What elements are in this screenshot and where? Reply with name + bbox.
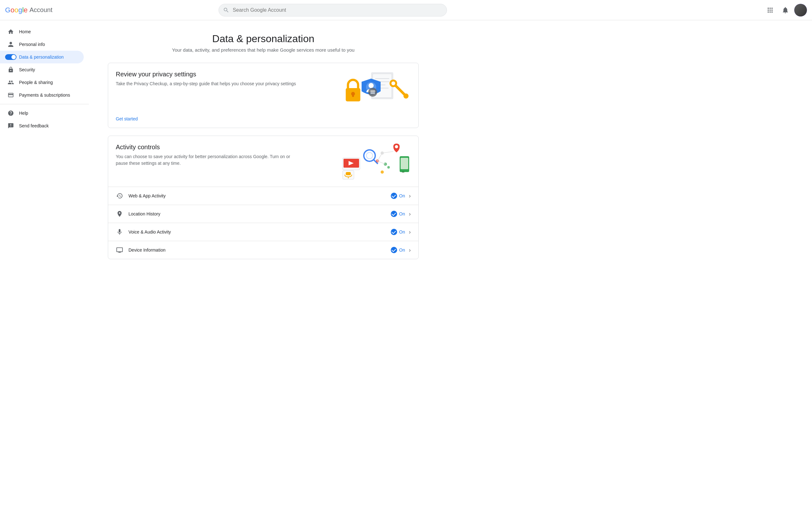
search-input[interactable] [218, 4, 447, 16]
svg-point-34 [395, 145, 398, 148]
activity-list: Web & App Activity On › Location History [108, 187, 418, 259]
sidebar-item-payments[interactable]: Payments & subscriptions [0, 89, 84, 101]
web-app-status-text: On [399, 193, 405, 199]
sidebar-payments-label: Payments & subscriptions [19, 93, 70, 98]
page-title: Data & personalization [108, 33, 419, 45]
activity-illustration-svg [341, 144, 411, 181]
sidebar-item-send-feedback[interactable]: Send feedback [0, 119, 84, 132]
activity-card-title: Activity controls [116, 144, 334, 151]
account-label: Account [30, 6, 52, 14]
sidebar-personal-info-label: Personal info [19, 42, 45, 47]
voice-activity-label: Voice & Audio Activity [129, 229, 391, 234]
credit-card-icon [8, 92, 14, 98]
person-icon [8, 41, 14, 48]
sidebar-people-sharing-label: People & sharing [19, 80, 53, 85]
device-chevron: › [409, 247, 411, 253]
mic-icon [116, 228, 123, 236]
location-activity-status: On [391, 211, 405, 217]
privacy-card-illustration [341, 71, 411, 109]
svg-rect-36 [401, 158, 408, 169]
voice-chevron: › [409, 229, 411, 235]
location-icon [116, 210, 123, 218]
svg-point-18 [403, 94, 409, 99]
apps-button[interactable] [764, 4, 776, 16]
sidebar-item-home[interactable]: Home [0, 25, 84, 38]
device-status-text: On [399, 247, 405, 252]
avatar[interactable] [794, 4, 807, 16]
svg-rect-40 [118, 252, 120, 252]
activity-card-header: Activity controls You can choose to save… [108, 136, 418, 187]
data-toggle [5, 54, 16, 60]
google-account-logo[interactable]: Google Account [5, 6, 52, 14]
sidebar-help-label: Help [19, 111, 28, 116]
page-layout: Home Personal info Data & personalizatio… [0, 20, 812, 507]
privacy-card-title: Review your privacy settings [116, 71, 334, 78]
activity-card-desc: You can choose to save your activity for… [116, 153, 300, 167]
activity-card-content: Activity controls You can choose to save… [116, 144, 334, 167]
sidebar-item-data-personalization[interactable]: Data & personalization [0, 51, 84, 63]
activity-item-web-app[interactable]: Web & App Activity On › [108, 187, 418, 205]
voice-activity-status: On [391, 229, 405, 235]
sidebar-home-label: Home [19, 29, 31, 34]
feedback-icon [8, 123, 14, 129]
privacy-illustration-svg [341, 71, 411, 109]
activity-item-device[interactable]: Device Information On › [108, 241, 418, 259]
svg-line-32 [377, 161, 386, 164]
page-subtitle: Your data, activity, and preferences tha… [108, 47, 419, 53]
svg-line-31 [377, 153, 382, 161]
voice-status-text: On [399, 229, 405, 234]
device-check-circle [391, 247, 397, 253]
sidebar-data-personalization-label: Data & personalization [19, 55, 64, 60]
web-app-chevron: › [409, 193, 411, 199]
privacy-card: Review your privacy settings Take the Pr… [108, 63, 419, 128]
web-app-check-circle [391, 193, 397, 199]
notifications-button[interactable] [779, 4, 792, 16]
sidebar-send-feedback-label: Send feedback [19, 123, 49, 128]
home-icon [8, 29, 14, 35]
help-icon [8, 110, 14, 116]
location-status-text: On [399, 211, 405, 216]
sidebar-item-security[interactable]: Security [0, 63, 84, 76]
svg-rect-8 [352, 94, 354, 97]
privacy-card-header: Review your privacy settings Take the Pr… [108, 63, 418, 114]
history-icon [116, 192, 123, 200]
lock-icon [8, 66, 14, 73]
web-app-activity-status: On [391, 193, 405, 199]
main-content: Data & personalization Your data, activi… [89, 20, 438, 507]
device-activity-label: Device Information [129, 247, 391, 252]
search-icon [223, 7, 229, 13]
activity-card: Activity controls You can choose to save… [108, 135, 419, 259]
header-right [764, 4, 807, 16]
activity-item-location[interactable]: Location History On › [108, 205, 418, 223]
google-logo-text: Google [5, 6, 28, 14]
people-icon [8, 79, 14, 86]
toggle-icon [8, 54, 14, 60]
activity-item-voice[interactable]: Voice & Audio Activity On › [108, 223, 418, 241]
sidebar-item-personal-info[interactable]: Personal info [0, 38, 84, 51]
location-chevron: › [409, 211, 411, 217]
sidebar-item-people-sharing[interactable]: People & sharing [0, 76, 84, 89]
location-check-circle [391, 211, 397, 217]
sidebar-item-help[interactable]: Help [0, 107, 84, 119]
nav-divider [0, 104, 89, 104]
voice-check-circle [391, 229, 397, 235]
privacy-card-footer: Get started [108, 114, 418, 128]
svg-rect-37 [402, 171, 404, 173]
device-icon [116, 246, 123, 254]
location-activity-label: Location History [129, 211, 391, 216]
get-started-link[interactable]: Get started [116, 116, 138, 121]
svg-point-17 [392, 81, 395, 85]
privacy-card-content: Review your privacy settings Take the Pr… [116, 71, 334, 87]
privacy-card-desc: Take the Privacy Checkup, a step-by-step… [116, 80, 300, 87]
web-app-activity-label: Web & App Activity [129, 193, 391, 199]
svg-point-38 [380, 170, 384, 174]
svg-line-33 [382, 152, 393, 153]
svg-point-10 [368, 83, 374, 88]
sidebar-security-label: Security [19, 67, 35, 72]
search-bar [218, 4, 447, 16]
activity-card-illustration [341, 144, 411, 181]
device-activity-status: On [391, 247, 405, 253]
avatar-image [794, 4, 807, 16]
header: Google Account [0, 0, 812, 20]
svg-point-27 [366, 153, 373, 159]
